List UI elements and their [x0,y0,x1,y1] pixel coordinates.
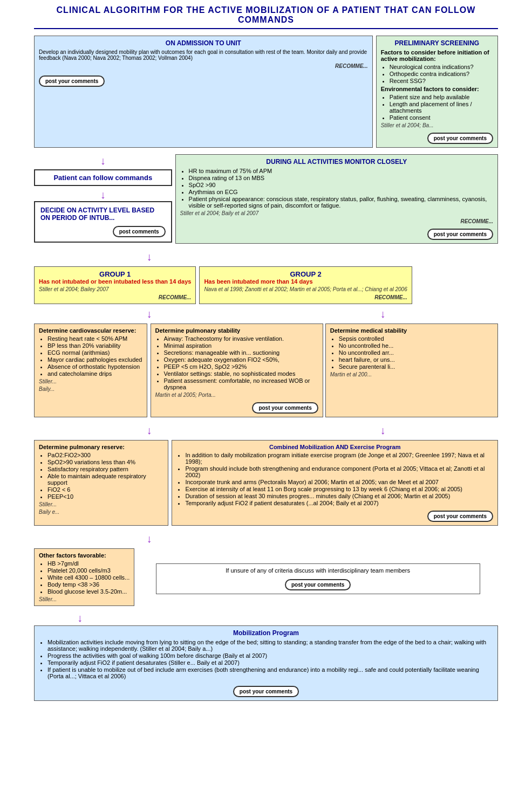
decide-title: DECIDE ON ACTIVITY LEVEL BASED ON PERIOD… [40,207,154,222]
group2-box: GROUP 2 Has been intubated more than 14 … [199,266,412,304]
list-item: Incorporate trunk and arms (Pectoralis M… [185,479,493,485]
list-item: Minimal aspiration [164,342,318,349]
list-item: FiO2 < 6 [47,486,163,493]
decide-box: DECIDE ON ACTIVITY LEVEL BASED ON PERIOD… [34,201,172,243]
arrow-down-6: ↓ [34,425,264,436]
other-factors-ref: Stiller... [39,596,129,602]
during-title: DURING ALL ACTIVITIES MONITOR CLOSELY [180,158,493,166]
patient-follow-label: Patient can follow commands [34,169,172,186]
list-item: Blood glucose level 3.5-20m... [47,588,129,595]
list-item: ECG normal (arithmias) [47,349,142,356]
admission-comment-btn[interactable]: post your comments [39,75,105,87]
cardio-ref2: Baily... [39,386,142,392]
list-item: Patient size and help available [390,94,493,100]
list-item: Orthopedic contra indications? [390,71,493,77]
during-comment-btn[interactable]: post your comments [427,229,493,240]
combined-box: Combined Mobilization AND Exercise Progr… [172,440,498,526]
admission-recomm: RECOMME... [39,63,368,69]
list-item: PEEP <5 cm H2O, SpO2 >92% [164,363,318,370]
arrow-down-5: ↓ [268,308,498,319]
pulmonary-reserve-ref1: Stiller... [39,501,163,507]
list-item: Temporarily adjust FiO2 if patient desat… [47,659,493,666]
mobilization-box: Mobilization Program Mobilization activi… [34,625,498,701]
list-item: If patient is unable to mobilize out of … [47,666,493,679]
cardio-list: Resting heart rate < 50% APM BP less tha… [39,335,142,377]
list-item: Neurological contra indications? [390,64,493,70]
group1-box: GROUP 1 Has not intubated or been intuba… [34,266,196,304]
pulmonary-stab-comment-btn[interactable]: post your comments [252,402,318,414]
group1-subtitle: Has not intubated or been intubated less… [39,278,191,285]
combined-comment-btn[interactable]: post your comments [427,511,493,522]
list-item: HB >7gm/dl [47,560,129,567]
arrow-down-7: ↓ [268,425,498,436]
list-item: Mobilization activities include moving f… [47,639,493,652]
cardio-ref1: Stiller... [39,379,142,384]
arrow-down-9: ↓ [34,613,498,623]
prelim-list1: Neurological contra indications? Orthope… [381,64,493,84]
list-item: Body temp <38 >36 [47,581,129,588]
arrow-down-3: ↓ [34,251,264,262]
mobilization-comment-btn[interactable]: post your comments [233,686,299,697]
list-item: Satisfactory respiratory pattern [47,466,163,472]
list-item: SpO2>90 variations less than 4% [47,459,163,465]
decide-comment-btn[interactable]: post comments [113,226,166,237]
list-item: Length and placement of lines / attachme… [390,101,493,114]
combined-list: In addition to daily mobilization progra… [176,452,493,506]
list-item: Temporarily adjust FiO2 if patient desat… [185,500,493,506]
list-item: Able to maintain adequate respiratory su… [47,473,163,486]
group2-ref: Nava et al 1998; Zanotti et al 2002; Mar… [204,286,407,292]
list-item: Recent SSG? [390,78,493,84]
list-item: Patient assessment: comfortable, no incr… [164,377,318,390]
arrow-down-2: ↓ [100,189,106,200]
if-unsure-box: If unsure of any of criteria discuss wit… [156,563,480,594]
list-item: Platelet 20,000 cells/m3 [47,567,129,574]
prelim-title: PRELIMINARY SCREENING [381,39,493,47]
list-item: Patient consent [390,114,493,121]
group1-recomm: RECOMME... [39,294,191,300]
list-item: Airway: Tracheostomy for invasive ventil… [164,335,318,342]
prelim-subtitle1: Factors to consider before initiation of… [381,49,493,62]
prelim-box: PRELIMINARY SCREENING Factors to conside… [376,36,498,148]
if-unsure-comment-btn[interactable]: post your comments [285,579,351,590]
prelim-ref: Stiller et al 2004; Ba... [381,122,493,128]
list-item: PaO2:FiO2>300 [47,452,163,458]
prelim-subtitle2: Environmental factors to consider: [381,86,493,92]
list-item: No uncontrolled arr... [339,349,493,356]
pulmonary-stab-list: Airway: Tracheostomy for invasive ventil… [155,335,318,390]
list-item: White cell 4300 – 10800 cells... [47,574,129,581]
list-item: Sepsis controlled [339,335,493,342]
list-item: Program should include both strengthenin… [185,465,493,478]
list-item: Arythmias on ECG [189,189,493,195]
cardio-title: Determine cardiovascular reserve: [39,327,142,334]
if-unsure-text: If unsure of any of criteria discuss wit… [161,567,475,574]
group2-recomm: RECOMME... [204,294,407,300]
pulmonary-reserve-list: PaO2:FiO2>300 SpO2>90 variations less th… [39,452,163,500]
list-item: Duration of session at least 30 minutes … [185,493,493,499]
prelim-comment-btn[interactable]: post your comments [427,133,493,144]
prelim-list2: Patient size and help available Length a… [381,94,493,121]
list-item: Secretions: manageable with in... suctio… [164,349,318,356]
pulmonary-stab-ref: Martin et al 2005; Porta... [155,392,318,398]
list-item: Ventilator settings: stable, no sophisti… [164,370,318,377]
arrow-down-8: ↓ [34,533,264,544]
list-item: PEEP<10 [47,493,163,500]
medical-stab-list: Sepsis controlled No uncontrolled he... … [330,335,493,370]
other-factors-box: Other factors favorable: HB >7gm/dl Plat… [34,548,134,606]
list-item: Exercise at intensity of at least 11 on … [185,486,493,492]
mobilization-title: Mobilization Program [39,629,493,637]
pulmonary-reserve-title: Determine pulmonary reserve: [39,444,163,450]
arrow-down-1: ↓ [100,155,106,166]
admission-text: Develop an individually designed mobilit… [39,49,368,61]
other-factors-title: Other factors favorable: [39,552,129,559]
list-item: BP less than 20% variability [47,342,142,349]
list-item: Absence of orthostatic hypotension [47,363,142,370]
list-item: SpO2 >90 [189,182,493,188]
arrow-down-4: ↓ [34,308,264,319]
list-item: Patient physical appearance: conscious s… [189,196,493,209]
list-item: and catecholamine drips [47,370,142,377]
list-item: Oxygen: adequate oxygenation FIO2 <50%, [164,356,318,363]
mobilization-list: Mobilization activities include moving f… [39,639,493,679]
group1-title: GROUP 1 [39,270,191,278]
medical-stab-ref: Martin et al 200... [330,371,493,377]
list-item: Mayor cardiac pathologies excluded [47,356,142,363]
